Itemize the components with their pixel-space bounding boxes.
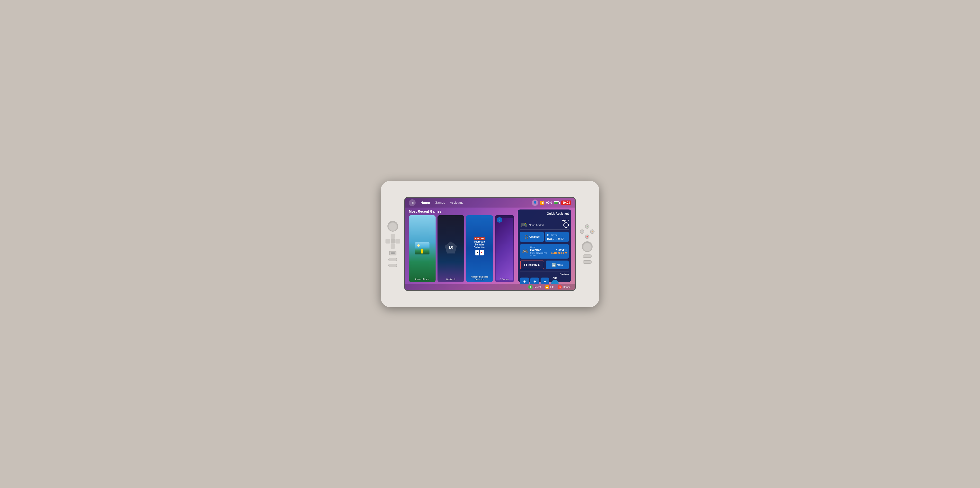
- apps-add-button[interactable]: +: [563, 223, 569, 228]
- saving-bal: BAL: [547, 237, 553, 240]
- nav-tab-home[interactable]: Home: [420, 201, 430, 205]
- game-card-solitaire[interactable]: EST 1990 MicrosoftSolitaireCollection ♠ …: [466, 215, 493, 282]
- apps-section: Apps 🎮 None Added +: [520, 217, 569, 230]
- right-controller: Y X A B: [575, 193, 599, 295]
- more-label: more: [557, 264, 563, 266]
- battery-percent: 99%: [546, 201, 552, 204]
- power-mode-name: Balance: [530, 248, 549, 252]
- b-button[interactable]: B: [585, 235, 589, 239]
- screen: ◎ Home Games Assistant 👤 📶 99% 19:03: [405, 198, 575, 290]
- custom-add-button-1[interactable]: +: [520, 278, 529, 284]
- resolution-button[interactable]: ⊡ 1920x1200: [520, 261, 544, 269]
- dpad-select-icon: ✛: [528, 285, 533, 289]
- games-section-title: Most Recent Games: [409, 210, 515, 213]
- left-joystick[interactable]: [387, 221, 398, 232]
- game-label-destiny2: Destiny 2: [446, 278, 455, 280]
- b-button-icon: B: [558, 285, 562, 289]
- left-bumper[interactable]: [388, 258, 397, 261]
- power-current: Current 8.8 W: [551, 251, 567, 254]
- a-button[interactable]: A: [590, 229, 595, 234]
- saving-text-label: Saving: [551, 234, 558, 236]
- dpad[interactable]: [385, 234, 400, 249]
- game-label-more: 3 Games: [495, 278, 514, 280]
- games-grid: Planet of Lana D2: [409, 215, 515, 282]
- left-controller: [380, 193, 405, 295]
- power-watt-info: 15WMax Current 8.8 W: [551, 249, 567, 254]
- logo-icon: ◎: [409, 199, 415, 206]
- y-button[interactable]: Y: [585, 224, 589, 229]
- saving-icon: ⚙: [547, 233, 550, 237]
- topbar: ◎ Home Games Assistant 👤 📶 99% 19:03: [405, 198, 575, 208]
- games-section: Most Recent Games: [409, 210, 515, 282]
- left-trigger[interactable]: [388, 264, 397, 267]
- main-content: Most Recent Games: [405, 208, 575, 284]
- game-label-planet-of-lana: Planet of Lana: [415, 278, 429, 280]
- game-card-planet-of-lana[interactable]: Planet of Lana: [409, 215, 436, 282]
- power-details: Game Balance PowerSaving Pro mode: [530, 246, 549, 257]
- time-display: 19:03: [561, 200, 571, 205]
- right-bumper[interactable]: [583, 254, 592, 258]
- nav-tab-assistant[interactable]: Assistant: [450, 201, 463, 205]
- game-card-destiny2[interactable]: D2 Destiny 2: [438, 215, 464, 282]
- apps-controller-icon: 🎮: [520, 222, 527, 229]
- device: ◎ Home Games Assistant 👤 📶 99% 19:03: [380, 181, 599, 307]
- ok-control: A Ok: [545, 285, 554, 289]
- saving-button[interactable]: ⚙ Saving BAL Exc. MID: [545, 232, 569, 242]
- game-card-more[interactable]: 3 3 Games: [495, 215, 514, 282]
- ok-label: Ok: [550, 286, 554, 288]
- more-games-badge: 3: [497, 217, 502, 223]
- quick-assistant-title: Quick Assistant: [520, 212, 569, 215]
- right-trigger[interactable]: [583, 260, 592, 264]
- wifi-icon: 📶: [540, 201, 544, 205]
- x-button[interactable]: X: [580, 229, 584, 234]
- face-buttons: Y X A B: [580, 224, 595, 239]
- custom-add-circle[interactable]: ›: [551, 280, 558, 284]
- custom-add-button-2[interactable]: +: [530, 278, 539, 284]
- custom-add-button-3[interactable]: +: [541, 278, 549, 284]
- select-control: ✛ Select: [528, 285, 541, 289]
- action-row: 🎧 Optimize ⚙ Saving BAL Exc. MID: [520, 232, 569, 242]
- apps-none-text: None Added: [529, 224, 544, 226]
- cancel-label: Cancel: [563, 286, 571, 288]
- optimize-label: Optimize: [530, 235, 539, 238]
- custom-label: Custom: [520, 273, 569, 276]
- power-game-label: Game: [530, 246, 549, 248]
- power-mode-icon: 🎮: [522, 248, 528, 254]
- add-label: Add: [552, 277, 557, 279]
- optimize-button[interactable]: 🎧 Optimize: [520, 232, 544, 242]
- refresh-icon: 🔄: [552, 263, 556, 267]
- resolution-row: ⊡ 1920x1200 🔄 more: [520, 261, 569, 269]
- quick-assistant-panel: Quick Assistant Apps 🎮 None Added +: [518, 210, 571, 282]
- right-joystick[interactable]: [582, 241, 593, 252]
- saving-mid: MID: [558, 237, 564, 241]
- topbar-right: 👤 📶 99% 19:03: [532, 200, 571, 206]
- game-label-solitaire: Microsoft Solitaire Collection: [467, 276, 492, 280]
- menu-button[interactable]: [389, 251, 396, 256]
- optimize-icon: 🎧: [524, 235, 528, 239]
- power-sub-label: PowerSaving Pro mode: [530, 252, 549, 257]
- apps-label: Apps: [562, 219, 569, 222]
- saving-exc: Exc.: [554, 238, 557, 240]
- bottom-bar: ✛ Select A Ok B Cancel: [405, 284, 575, 290]
- select-label: Select: [533, 286, 541, 288]
- custom-add-row: + + + Add ›: [520, 277, 569, 284]
- profile-icon[interactable]: 👤: [532, 200, 538, 206]
- power-max: 15WMax: [556, 249, 567, 251]
- nav-tabs: Home Games Assistant: [420, 201, 527, 205]
- nav-tab-games[interactable]: Games: [435, 201, 445, 205]
- more-button[interactable]: 🔄 more: [546, 261, 569, 269]
- power-mode-button[interactable]: 🎮 Game Balance PowerSaving Pro mode 15WM…: [520, 244, 569, 259]
- custom-section: Custom + + + Add ›: [520, 271, 569, 284]
- battery-icon: [554, 201, 559, 204]
- a-button-icon: A: [545, 285, 549, 289]
- resolution-icon: ⊡: [524, 263, 527, 267]
- cancel-control: B Cancel: [558, 285, 571, 289]
- resolution-label: 1920x1200: [528, 264, 540, 266]
